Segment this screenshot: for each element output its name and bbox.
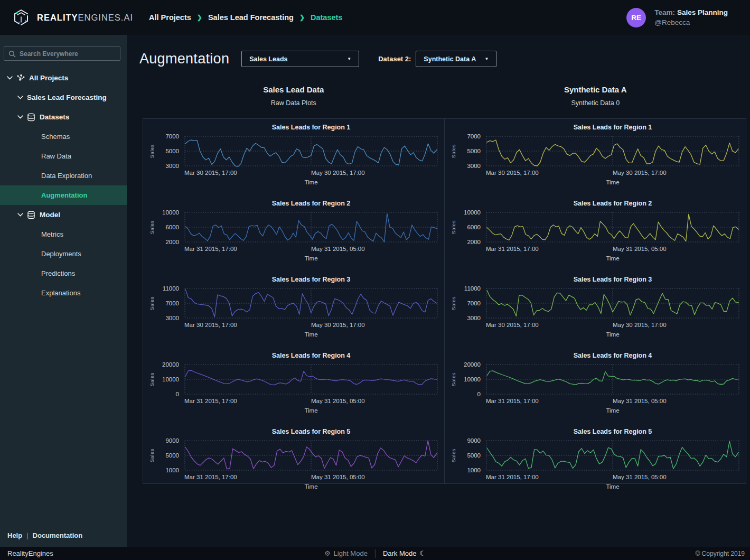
chart-title: Sales Leads for Region 4: [486, 352, 739, 359]
y-axis-label: Sales: [451, 220, 456, 234]
right-column-title: Synthetic Data A: [445, 85, 747, 94]
database-icon: [27, 211, 35, 219]
x-tick: May 30 2015, 17:00: [613, 170, 667, 176]
chart-sales-leads-for-region-1: Sales Leads for Region 1Sales70005000300…: [449, 124, 746, 197]
y-tick: 9000: [467, 437, 481, 444]
breadcrumb: All Projects❯Sales Lead Forecasting❯Data…: [149, 13, 342, 22]
team-label: Team:: [654, 8, 675, 16]
chart-sales-leads-for-region-4: Sales Leads for Region 4Sales20000100000…: [147, 352, 444, 425]
y-tick: 3000: [165, 162, 179, 170]
x-tick: May 31 2015, 05:00: [311, 246, 365, 252]
dark-mode-label: Dark Mode: [383, 549, 417, 557]
y-tick: 3000: [165, 314, 179, 322]
y-axis-label: Sales: [149, 144, 155, 158]
sidebar-item-label: Explanations: [41, 289, 80, 297]
chevron-down-icon: [7, 76, 13, 80]
sidebar-item-model[interactable]: Model: [0, 205, 127, 225]
y-tick: 10000: [162, 376, 179, 383]
chart-sales-leads-for-region-3: Sales Leads for Region 3Sales11000700030…: [147, 276, 444, 349]
y-tick: 5000: [165, 452, 179, 459]
moon-icon: ☾: [419, 549, 426, 557]
x-tick: May 31 2015, 05:00: [613, 246, 667, 252]
x-tick: Mar 31 2015, 17:00: [486, 398, 539, 404]
breadcrumb-chevron-icon: ❯: [299, 14, 305, 21]
database-icon: [27, 113, 35, 122]
sidebar-item-datasets[interactable]: Datasets: [0, 107, 127, 127]
x-axis-label: Time: [184, 483, 438, 490]
y-axis-label: Sales: [149, 296, 155, 310]
sidebar-footer: Help|Documentation: [7, 531, 82, 539]
chart-title: Sales Leads for Region 4: [184, 352, 438, 359]
breadcrumb-item-sales-lead-forecasting[interactable]: Sales Lead Forecasting: [208, 13, 294, 22]
sidebar-item-raw-data[interactable]: Raw Data: [0, 146, 127, 166]
sidebar-item-all-projects[interactable]: All Projects: [0, 68, 127, 88]
sidebar-item-schemas[interactable]: Schemas: [0, 127, 127, 146]
dataset2-dropdown[interactable]: Synthetic Data A ▼: [416, 51, 496, 67]
y-tick: 10000: [464, 376, 481, 383]
x-tick: May 30 2015, 17:00: [311, 170, 365, 176]
y-tick: 5000: [165, 147, 179, 155]
search-box: [4, 46, 120, 61]
x-axis-label: Time: [184, 255, 438, 262]
charts-right: Sales Leads for Region 1Sales70005000300…: [445, 119, 746, 483]
y-axis-label: Sales: [451, 296, 456, 310]
line-chart: [184, 209, 438, 245]
footer-app-name: RealityEngines: [7, 549, 53, 557]
page-title: Augmentation: [139, 51, 229, 67]
y-tick: 5000: [467, 147, 481, 155]
chevron-down-icon: [17, 213, 23, 217]
chart-title: Sales Leads for Region 3: [486, 276, 739, 283]
sidebar-item-label: Datasets: [40, 113, 69, 121]
y-tick: 3000: [467, 162, 481, 170]
team-info: Team:Sales Planning @Rebecca: [654, 7, 728, 27]
chart-sales-leads-for-region-5: Sales Leads for Region 5Sales90005000100…: [449, 428, 746, 501]
y-tick: 11000: [464, 285, 481, 292]
dataset1-dropdown[interactable]: Sales Leads ▼: [241, 51, 359, 67]
chart-title: Sales Leads for Region 1: [184, 124, 438, 131]
avatar[interactable]: RE: [626, 8, 646, 27]
help-link[interactable]: Help: [7, 531, 22, 539]
y-tick: 10000: [464, 209, 481, 216]
main-content: Augmentation Sales Leads ▼ Dataset 2: Sy…: [127, 35, 750, 547]
breadcrumb-item-datasets[interactable]: Datasets: [311, 13, 342, 22]
sidebar-item-explanations[interactable]: Explanations: [0, 283, 127, 303]
x-tick: May 31 2015, 05:00: [613, 474, 667, 480]
chart-sales-leads-for-region-5: Sales Leads for Region 5Sales90005000100…: [147, 428, 444, 501]
chart-title: Sales Leads for Region 2: [486, 200, 739, 207]
sidebar-item-label: Model: [40, 211, 60, 219]
left-column-header: Sales Lead Data Raw Data Plots: [143, 85, 445, 107]
sidebar-item-predictions[interactable]: Predictions: [0, 264, 127, 283]
x-axis-label: Time: [486, 255, 739, 262]
sidebar-item-metrics[interactable]: Metrics: [0, 225, 127, 244]
x-axis-label: Time: [486, 179, 739, 185]
chart-sales-leads-for-region-2: Sales Leads for Region 2Sales10000600020…: [449, 200, 746, 273]
y-axis-label: Sales: [149, 449, 155, 462]
line-chart: [486, 285, 739, 321]
logo[interactable]: REALITYENGINES.AI: [12, 8, 133, 27]
breadcrumb-item-all-projects[interactable]: All Projects: [149, 13, 191, 22]
x-tick: May 30 2015, 17:00: [311, 322, 365, 328]
sidebar-item-sales-lead-forecasting[interactable]: Sales Lead Forecasting: [0, 88, 127, 107]
charts-container: Sales Leads for Region 1Sales70005000300…: [143, 118, 746, 484]
light-mode-toggle[interactable]: ⚙ Light Mode: [321, 549, 368, 557]
y-tick: 20000: [464, 361, 481, 368]
right-column-subtitle: Synthetic Data 0: [445, 99, 747, 107]
chart-title: Sales Leads for Region 5: [184, 428, 438, 435]
sidebar-item-data-exploration[interactable]: Data Exploration: [0, 166, 127, 185]
sidebar-nav: All ProjectsSales Lead ForecastingDatase…: [0, 68, 127, 303]
y-tick: 6000: [165, 223, 179, 231]
sidebar-item-augmentation[interactable]: Augmentation: [0, 185, 127, 205]
chart-sales-leads-for-region-2: Sales Leads for Region 2Sales10000600020…: [147, 200, 444, 273]
dark-mode-toggle[interactable]: Dark Mode ☾: [383, 549, 429, 557]
documentation-link[interactable]: Documentation: [33, 531, 83, 539]
x-tick: May 31 2015, 05:00: [311, 398, 365, 404]
right-column-header: Synthetic Data A Synthetic Data 0: [445, 85, 747, 107]
sidebar-item-label: Data Exploration: [41, 172, 92, 180]
search-input[interactable]: [20, 50, 116, 58]
y-tick: 2000: [165, 238, 179, 246]
chevron-down-icon: [17, 115, 23, 119]
sidebar-item-deployments[interactable]: Deployments: [0, 244, 127, 264]
y-tick: 3000: [467, 314, 481, 322]
x-tick: Mar 31 2015, 17:00: [486, 474, 539, 480]
sidebar-item-label: Sales Lead Forecasting: [27, 94, 107, 101]
